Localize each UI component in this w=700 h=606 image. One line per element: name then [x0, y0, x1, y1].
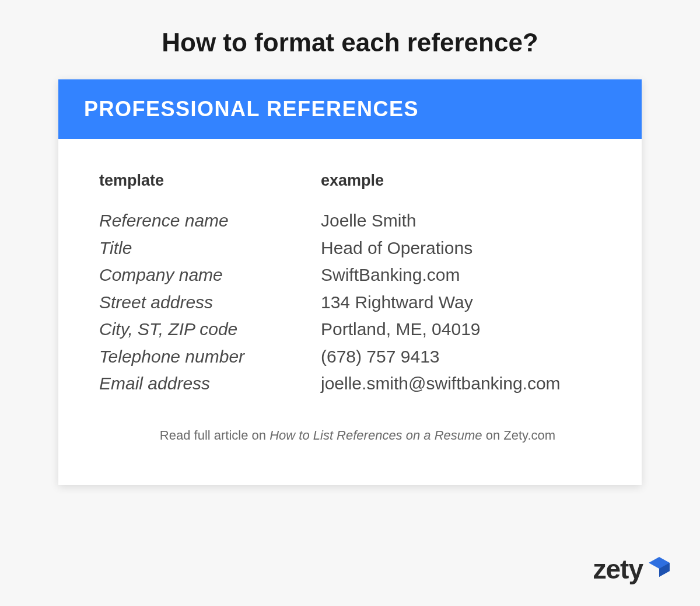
columns: template Reference name Title Company na…: [99, 172, 616, 398]
template-column: template Reference name Title Company na…: [99, 172, 315, 398]
logo-mark-icon: [646, 555, 672, 580]
page-title: How to format each reference?: [0, 0, 700, 79]
template-row: City, ST, ZIP code: [99, 316, 315, 343]
template-row: Company name: [99, 262, 315, 289]
footer-prefix: Read full article on: [160, 428, 270, 443]
template-row: Email address: [99, 370, 315, 398]
template-row: Reference name: [99, 207, 315, 235]
footer-article-title: How to List References on a Resume: [270, 428, 482, 443]
footer-suffix: on Zety.com: [482, 428, 556, 443]
card-body: template Reference name Title Company na…: [58, 139, 642, 485]
example-row: Head of Operations: [321, 235, 616, 262]
footer-note: Read full article on How to List Referen…: [99, 398, 616, 464]
example-row: 134 Rightward Way: [321, 289, 616, 316]
example-row: Portland, ME, 04019: [321, 316, 616, 343]
template-row: Telephone number: [99, 343, 315, 371]
template-row: Street address: [99, 289, 315, 316]
template-row: Title: [99, 235, 315, 262]
example-label: example: [321, 172, 616, 190]
example-row: SwiftBanking.com: [321, 262, 616, 289]
example-row: (678) 757 9413: [321, 343, 616, 371]
example-row: joelle.smith@swiftbanking.com: [321, 370, 616, 398]
card-header: PROFESSIONAL REFERENCES: [58, 79, 642, 139]
example-row: Joelle Smith: [321, 207, 616, 235]
example-column: example Joelle Smith Head of Operations …: [321, 172, 616, 398]
template-label: template: [99, 172, 315, 190]
logo-text: zety: [593, 553, 643, 585]
reference-card: PROFESSIONAL REFERENCES template Referen…: [58, 79, 642, 485]
zety-logo: zety: [593, 553, 672, 585]
